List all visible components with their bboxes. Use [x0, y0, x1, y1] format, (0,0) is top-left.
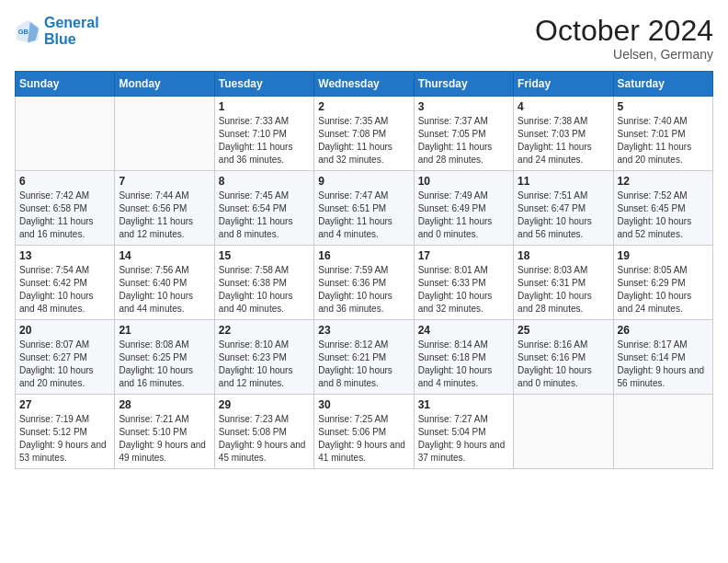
- calendar-cell: 23Sunrise: 8:12 AM Sunset: 6:21 PM Dayli…: [314, 320, 414, 395]
- calendar-cell: 26Sunrise: 8:17 AM Sunset: 6:14 PM Dayli…: [613, 320, 712, 395]
- day-info: Sunrise: 7:37 AM Sunset: 7:05 PM Dayligh…: [418, 115, 509, 167]
- day-number: 5: [618, 100, 709, 113]
- day-number: 24: [418, 324, 509, 337]
- calendar-cell: 28Sunrise: 7:21 AM Sunset: 5:10 PM Dayli…: [115, 395, 214, 469]
- day-number: 27: [19, 398, 110, 411]
- day-number: 16: [318, 249, 409, 262]
- col-header-saturday: Saturday: [613, 72, 712, 97]
- day-info: Sunrise: 8:14 AM Sunset: 6:18 PM Dayligh…: [418, 339, 509, 390]
- day-number: 12: [618, 175, 709, 188]
- day-info: Sunrise: 7:33 AM Sunset: 7:10 PM Dayligh…: [219, 115, 310, 167]
- day-info: Sunrise: 7:44 AM Sunset: 6:56 PM Dayligh…: [119, 190, 210, 241]
- calendar-week-2: 13Sunrise: 7:54 AM Sunset: 6:42 PM Dayli…: [16, 246, 713, 320]
- day-info: Sunrise: 7:58 AM Sunset: 6:38 PM Dayligh…: [219, 264, 310, 316]
- calendar-week-0: 1Sunrise: 7:33 AM Sunset: 7:10 PM Daylig…: [16, 97, 713, 171]
- day-info: Sunrise: 8:12 AM Sunset: 6:21 PM Dayligh…: [318, 339, 409, 390]
- calendar-cell: 7Sunrise: 7:44 AM Sunset: 6:56 PM Daylig…: [115, 171, 214, 246]
- calendar-cell: 10Sunrise: 7:49 AM Sunset: 6:49 PM Dayli…: [414, 171, 513, 246]
- calendar-cell: 15Sunrise: 7:58 AM Sunset: 6:38 PM Dayli…: [214, 246, 313, 320]
- day-number: 2: [318, 100, 409, 113]
- day-number: 15: [219, 249, 310, 262]
- day-info: Sunrise: 7:52 AM Sunset: 6:45 PM Dayligh…: [618, 190, 709, 241]
- day-info: Sunrise: 7:51 AM Sunset: 6:47 PM Dayligh…: [518, 190, 609, 241]
- calendar-cell: 5Sunrise: 7:40 AM Sunset: 7:01 PM Daylig…: [613, 97, 712, 171]
- day-info: Sunrise: 7:40 AM Sunset: 7:01 PM Dayligh…: [618, 115, 709, 167]
- calendar-cell: 12Sunrise: 7:52 AM Sunset: 6:45 PM Dayli…: [613, 171, 712, 246]
- calendar-week-4: 27Sunrise: 7:19 AM Sunset: 5:12 PM Dayli…: [16, 395, 713, 469]
- day-info: Sunrise: 7:42 AM Sunset: 6:58 PM Dayligh…: [19, 190, 110, 241]
- day-info: Sunrise: 7:49 AM Sunset: 6:49 PM Dayligh…: [418, 190, 509, 241]
- day-number: 19: [618, 249, 709, 262]
- calendar-cell: [115, 97, 214, 171]
- day-info: Sunrise: 8:05 AM Sunset: 6:29 PM Dayligh…: [618, 264, 709, 316]
- calendar-cell: [16, 97, 115, 171]
- calendar-cell: 9Sunrise: 7:47 AM Sunset: 6:51 PM Daylig…: [314, 171, 414, 246]
- day-number: 13: [19, 249, 110, 262]
- calendar-table: SundayMondayTuesdayWednesdayThursdayFrid…: [15, 71, 713, 469]
- calendar-cell: 11Sunrise: 7:51 AM Sunset: 6:47 PM Dayli…: [514, 171, 613, 246]
- day-info: Sunrise: 7:27 AM Sunset: 5:04 PM Dayligh…: [418, 413, 509, 465]
- calendar-cell: 18Sunrise: 8:03 AM Sunset: 6:31 PM Dayli…: [514, 246, 613, 320]
- calendar-cell: 1Sunrise: 7:33 AM Sunset: 7:10 PM Daylig…: [214, 97, 313, 171]
- logo-text: General Blue: [44, 15, 99, 47]
- day-info: Sunrise: 8:10 AM Sunset: 6:23 PM Dayligh…: [219, 339, 310, 390]
- calendar-cell: 2Sunrise: 7:35 AM Sunset: 7:08 PM Daylig…: [314, 97, 414, 171]
- day-info: Sunrise: 8:01 AM Sunset: 6:33 PM Dayligh…: [418, 264, 509, 316]
- col-header-thursday: Thursday: [414, 72, 513, 97]
- day-info: Sunrise: 8:17 AM Sunset: 6:14 PM Dayligh…: [618, 339, 709, 390]
- day-info: Sunrise: 8:07 AM Sunset: 6:27 PM Dayligh…: [19, 339, 110, 390]
- day-info: Sunrise: 7:47 AM Sunset: 6:51 PM Dayligh…: [318, 190, 409, 241]
- day-number: 14: [119, 249, 210, 262]
- calendar-cell: 8Sunrise: 7:45 AM Sunset: 6:54 PM Daylig…: [214, 171, 313, 246]
- calendar-cell: 22Sunrise: 8:10 AM Sunset: 6:23 PM Dayli…: [214, 320, 313, 395]
- logo: GB General Blue: [15, 15, 99, 47]
- day-number: 30: [318, 398, 409, 411]
- calendar-cell: 21Sunrise: 8:08 AM Sunset: 6:25 PM Dayli…: [115, 320, 214, 395]
- day-number: 18: [518, 249, 609, 262]
- day-number: 31: [418, 398, 509, 411]
- day-number: 6: [19, 175, 110, 188]
- day-number: 7: [119, 175, 210, 188]
- day-info: Sunrise: 7:35 AM Sunset: 7:08 PM Dayligh…: [318, 115, 409, 167]
- day-number: 11: [518, 175, 609, 188]
- day-info: Sunrise: 7:56 AM Sunset: 6:40 PM Dayligh…: [119, 264, 210, 316]
- calendar-cell: 31Sunrise: 7:27 AM Sunset: 5:04 PM Dayli…: [414, 395, 513, 469]
- calendar-cell: 16Sunrise: 7:59 AM Sunset: 6:36 PM Dayli…: [314, 246, 414, 320]
- day-info: Sunrise: 8:16 AM Sunset: 6:16 PM Dayligh…: [518, 339, 609, 390]
- calendar-header-row: SundayMondayTuesdayWednesdayThursdayFrid…: [16, 72, 713, 97]
- svg-text:GB: GB: [18, 27, 29, 35]
- calendar-cell: 14Sunrise: 7:56 AM Sunset: 6:40 PM Dayli…: [115, 246, 214, 320]
- day-number: 17: [418, 249, 509, 262]
- calendar-cell: 25Sunrise: 8:16 AM Sunset: 6:16 PM Dayli…: [514, 320, 613, 395]
- title-block: October 2024 Uelsen, Germany: [535, 15, 713, 62]
- day-number: 3: [418, 100, 509, 113]
- day-number: 8: [219, 175, 310, 188]
- col-header-sunday: Sunday: [16, 72, 115, 97]
- calendar-cell: 30Sunrise: 7:25 AM Sunset: 5:06 PM Dayli…: [314, 395, 414, 469]
- day-info: Sunrise: 7:54 AM Sunset: 6:42 PM Dayligh…: [19, 264, 110, 316]
- day-number: 9: [318, 175, 409, 188]
- day-number: 28: [119, 398, 210, 411]
- day-info: Sunrise: 7:45 AM Sunset: 6:54 PM Dayligh…: [219, 190, 310, 241]
- col-header-wednesday: Wednesday: [314, 72, 414, 97]
- day-number: 25: [518, 324, 609, 337]
- day-number: 1: [219, 100, 310, 113]
- col-header-monday: Monday: [115, 72, 214, 97]
- calendar-cell: 17Sunrise: 8:01 AM Sunset: 6:33 PM Dayli…: [414, 246, 513, 320]
- day-number: 23: [318, 324, 409, 337]
- day-number: 22: [219, 324, 310, 337]
- day-info: Sunrise: 7:59 AM Sunset: 6:36 PM Dayligh…: [318, 264, 409, 316]
- calendar-week-1: 6Sunrise: 7:42 AM Sunset: 6:58 PM Daylig…: [16, 171, 713, 246]
- calendar-cell: 3Sunrise: 7:37 AM Sunset: 7:05 PM Daylig…: [414, 97, 513, 171]
- day-number: 29: [219, 398, 310, 411]
- day-number: 10: [418, 175, 509, 188]
- day-number: 26: [618, 324, 709, 337]
- day-info: Sunrise: 8:03 AM Sunset: 6:31 PM Dayligh…: [518, 264, 609, 316]
- calendar-cell: 19Sunrise: 8:05 AM Sunset: 6:29 PM Dayli…: [613, 246, 712, 320]
- day-info: Sunrise: 7:23 AM Sunset: 5:08 PM Dayligh…: [219, 413, 310, 465]
- day-info: Sunrise: 7:38 AM Sunset: 7:03 PM Dayligh…: [518, 115, 609, 167]
- col-header-tuesday: Tuesday: [214, 72, 313, 97]
- day-number: 20: [19, 324, 110, 337]
- page-header: GB General Blue October 2024 Uelsen, Ger…: [15, 15, 713, 62]
- calendar-cell: [613, 395, 712, 469]
